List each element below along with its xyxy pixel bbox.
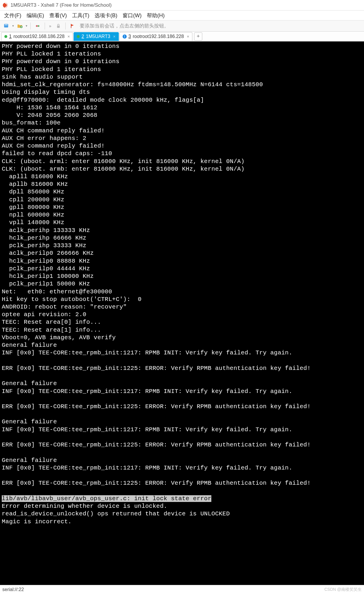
- status-dot-icon: [77, 35, 80, 38]
- svg-point-5: [38, 25, 39, 27]
- separator: [30, 22, 31, 30]
- reconnect-button[interactable]: [34, 22, 42, 30]
- menu-file[interactable]: 文件(F): [2, 11, 23, 20]
- open-folder-button[interactable]: [16, 22, 24, 30]
- titlebar: 1M5UART3 - Xshell 7 (Free for Home/Schoo…: [0, 0, 364, 11]
- separator: [45, 22, 45, 30]
- menubar: 文件(F) 编辑(E) 查看(V) 工具(T) 选项卡(B) 窗口(W) 帮助(…: [0, 11, 364, 20]
- tab-label: 1M5UART3: [86, 34, 110, 39]
- separator: [65, 22, 66, 30]
- watermark: CSDN @南楼笑笑生: [324, 587, 362, 592]
- menu-view[interactable]: 查看(V): [48, 11, 69, 20]
- menu-tools[interactable]: 工具(T): [70, 11, 91, 20]
- svg-point-4: [36, 25, 38, 27]
- tab-number: 2: [81, 34, 84, 39]
- more-tools-icon[interactable]: »: [48, 24, 53, 28]
- toolbar: ▾ ▾ » 要添加当前会话，点击左侧的箭头按钮。: [0, 20, 364, 32]
- close-icon[interactable]: ×: [113, 34, 116, 39]
- status-connection: serial://:22: [2, 587, 24, 592]
- tab-number: 3: [128, 34, 131, 39]
- tabbar: 1 rootroot192.168.186.228 × 2 1M5UART3 ×…: [0, 32, 364, 41]
- svg-rect-2: [5, 25, 8, 25]
- new-session-button[interactable]: [2, 22, 11, 30]
- menu-window[interactable]: 窗口(W): [121, 11, 143, 20]
- statusbar: serial://:22 CSDN @南楼笑笑生: [0, 585, 364, 594]
- toolbar-hint: 要添加当前会话，点击左侧的箭头按钮。: [80, 22, 169, 29]
- new-tab-button[interactable]: +: [194, 32, 202, 41]
- status-dot-icon: [4, 35, 7, 38]
- close-icon[interactable]: ×: [187, 34, 189, 39]
- tab-number: 1: [9, 34, 12, 39]
- dropdown-icon[interactable]: ▾: [26, 24, 27, 28]
- menu-tab[interactable]: 选项卡(B): [93, 11, 119, 20]
- info-dot-icon: !: [123, 34, 127, 39]
- svg-rect-6: [57, 26, 60, 28]
- menu-edit[interactable]: 编辑(E): [25, 11, 46, 20]
- close-icon[interactable]: ×: [67, 34, 70, 39]
- app-icon: [2, 2, 8, 8]
- tab-3[interactable]: ! 3 rootroot192.168.186.228 ×: [119, 32, 192, 41]
- window-title: 1M5UART3 - Xshell 7 (Free for Home/Schoo…: [11, 2, 112, 8]
- menu-help[interactable]: 帮助(H): [145, 11, 166, 20]
- tab-2[interactable]: 2 1M5UART3 ×: [74, 32, 119, 41]
- tab-1[interactable]: 1 rootroot192.168.186.228 ×: [1, 32, 73, 41]
- tab-label: rootroot192.168.186.228: [13, 34, 65, 39]
- terminal-output[interactable]: PHY powered down in 0 iterations PHY PLL…: [0, 41, 364, 585]
- flag-button[interactable]: [69, 22, 77, 30]
- svg-rect-1: [4, 24, 8, 27]
- dropdown-icon[interactable]: ▾: [12, 24, 14, 28]
- tab-label: rootroot192.168.186.228: [133, 34, 184, 39]
- lock-button[interactable]: [54, 22, 62, 30]
